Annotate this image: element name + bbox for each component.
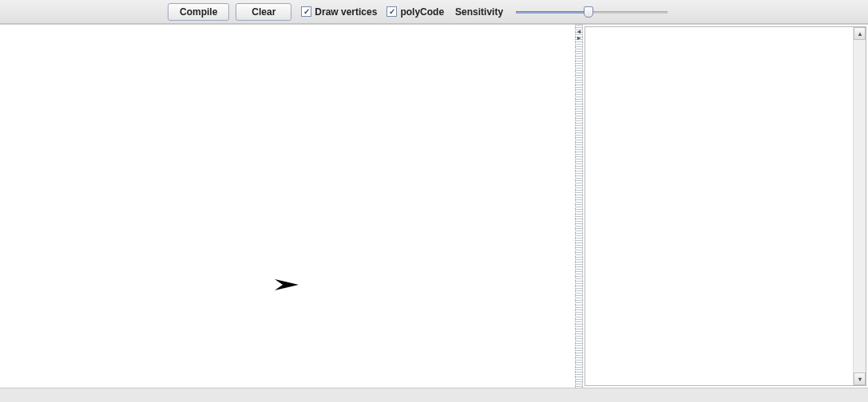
toolbar: Compile Clear Draw vertices polyCode Sen… bbox=[0, 0, 868, 24]
canvas-panel[interactable] bbox=[0, 25, 575, 388]
code-area-wrap: ▴ ▾ bbox=[585, 26, 866, 386]
status-bar bbox=[0, 388, 868, 402]
side-panel: ▴ ▾ bbox=[583, 25, 868, 388]
scroll-down-button[interactable]: ▾ bbox=[854, 372, 866, 385]
slider-thumb[interactable] bbox=[584, 6, 593, 18]
split-divider[interactable]: ◂ ▸ bbox=[575, 25, 583, 388]
polycode-label: polyCode bbox=[400, 6, 444, 18]
divider-collapse-right-icon[interactable]: ▸ bbox=[577, 35, 581, 41]
draw-vertices-option: Draw vertices bbox=[301, 6, 377, 18]
draw-vertices-label: Draw vertices bbox=[315, 6, 377, 18]
slider-track-filled bbox=[516, 11, 589, 14]
polycode-option: polyCode bbox=[386, 6, 444, 18]
scroll-track[interactable] bbox=[854, 40, 866, 372]
svg-marker-0 bbox=[275, 279, 299, 290]
sensitivity-slider[interactable] bbox=[516, 5, 668, 19]
pointer-arrow-icon bbox=[275, 273, 307, 299]
vertical-scrollbar[interactable]: ▴ ▾ bbox=[853, 27, 866, 385]
sensitivity-label: Sensitivity bbox=[455, 6, 503, 18]
draw-vertices-checkbox[interactable] bbox=[301, 6, 311, 17]
slider-track-empty bbox=[589, 11, 668, 14]
compile-button[interactable]: Compile bbox=[168, 3, 229, 21]
scroll-up-button[interactable]: ▴ bbox=[854, 27, 866, 40]
code-textarea[interactable] bbox=[585, 27, 853, 385]
main-area: ◂ ▸ ▴ ▾ bbox=[0, 24, 868, 388]
polycode-checkbox[interactable] bbox=[386, 6, 397, 17]
clear-button[interactable]: Clear bbox=[236, 3, 291, 21]
